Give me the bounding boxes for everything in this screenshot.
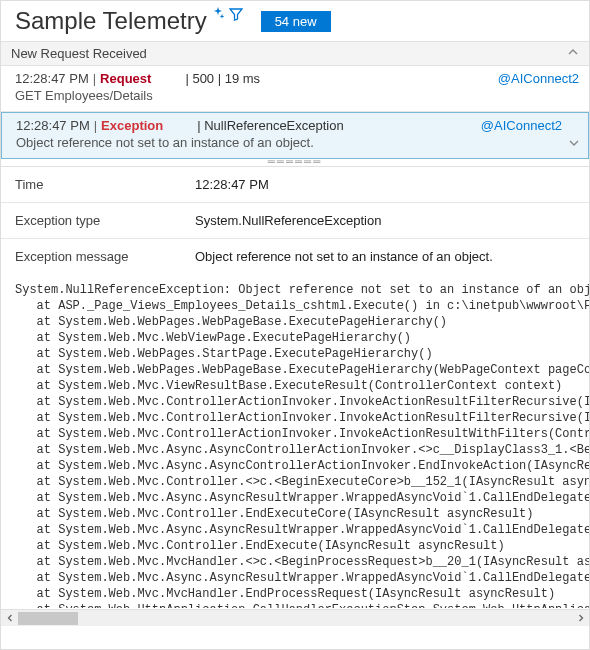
entry-time: 12:28:47 PM bbox=[16, 118, 90, 133]
detail-row-time: Time 12:28:47 PM bbox=[1, 167, 589, 203]
entry-type-label: Exception bbox=[101, 118, 163, 133]
chevron-up-icon[interactable] bbox=[567, 46, 579, 61]
entry-time: 12:28:47 PM bbox=[15, 71, 89, 86]
detail-label: Time bbox=[15, 177, 195, 192]
entry-subline: Object reference not set to an instance … bbox=[16, 135, 578, 150]
entry-type-label: Request bbox=[100, 71, 151, 86]
section-header[interactable]: New Request Received bbox=[1, 41, 589, 66]
entry-exception-name: | NullReferenceException bbox=[197, 118, 343, 133]
sparkle-icon[interactable] bbox=[211, 7, 225, 21]
detail-value: Object reference not set to an instance … bbox=[195, 249, 575, 264]
details-panel: Time 12:28:47 PM Exception type System.N… bbox=[1, 167, 589, 274]
entry-machine: @AIConnect2 bbox=[481, 118, 562, 133]
detail-value: System.NullReferenceException bbox=[195, 213, 575, 228]
telemetry-entry-request[interactable]: 12:28:47 PM | Request | 500 | 19 ms GET … bbox=[1, 66, 589, 112]
horizontal-scrollbar[interactable] bbox=[1, 609, 589, 626]
header: Sample Telemetry 54 new bbox=[1, 1, 589, 41]
scroll-left-icon[interactable] bbox=[1, 610, 18, 627]
telemetry-entry-exception[interactable]: 12:28:47 PM | Exception | NullReferenceE… bbox=[1, 112, 589, 159]
splitter-gripper-icon[interactable]: ══════ bbox=[1, 159, 589, 167]
new-items-badge[interactable]: 54 new bbox=[261, 11, 331, 32]
detail-row-type: Exception type System.NullReferenceExcep… bbox=[1, 203, 589, 239]
stack-trace-text[interactable]: System.NullReferenceException: Object re… bbox=[1, 278, 589, 608]
scrollbar-thumb[interactable] bbox=[18, 612, 78, 625]
entry-machine: @AIConnect2 bbox=[498, 71, 579, 86]
entry-subline: GET Employees/Details bbox=[15, 88, 579, 103]
chevron-down-icon[interactable] bbox=[568, 137, 580, 152]
scroll-right-icon[interactable] bbox=[572, 610, 589, 627]
entry-status: | 500 | 19 ms bbox=[185, 71, 260, 86]
detail-label: Exception message bbox=[15, 249, 195, 264]
detail-label: Exception type bbox=[15, 213, 195, 228]
page-title: Sample Telemetry bbox=[15, 7, 207, 35]
filter-icon[interactable] bbox=[229, 7, 243, 24]
detail-value: 12:28:47 PM bbox=[195, 177, 575, 192]
detail-row-message: Exception message Object reference not s… bbox=[1, 239, 589, 274]
section-title: New Request Received bbox=[11, 46, 147, 61]
stack-trace-container: System.NullReferenceException: Object re… bbox=[1, 278, 589, 626]
scrollbar-track[interactable] bbox=[18, 610, 572, 627]
